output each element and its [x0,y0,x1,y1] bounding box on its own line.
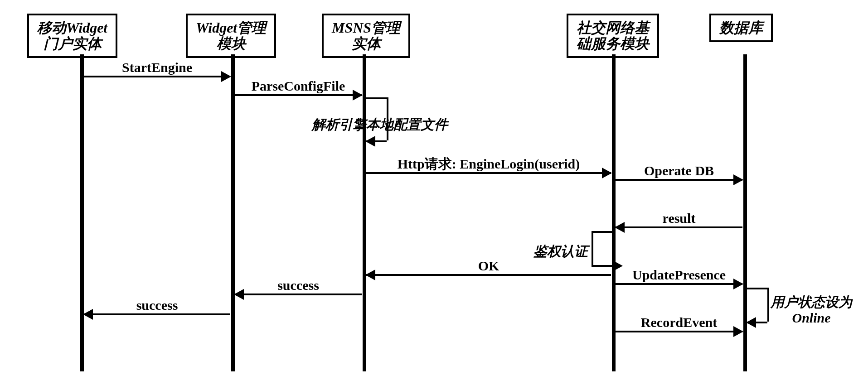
participant-sns: 社交网络基 础服务模块 [567,14,659,58]
msg-update-presence-label: UpdatePresence [632,267,726,282]
msg-success-1: success [235,294,362,295]
msg-start-engine-label: StartEngine [122,60,192,75]
msg-result: result [616,226,742,228]
msg-update-presence: UpdatePresence [616,283,742,285]
msg-parse-config-label: ParseConfigFile [252,78,345,93]
sequence-diagram: 移动Widget 门户实体 Widget管理 模块 MSNS管理 实体 社交网络… [0,0,868,385]
participant-db-label: 数据库 [709,14,773,42]
msg-record-event-label: RecordEvent [641,315,717,330]
participant-widget-label: Widget管理 模块 [186,14,276,58]
selfmsg-auth-label: 鉴权认证 [533,242,588,261]
msg-operate-db-label: Operate DB [644,163,714,178]
lifeline-portal [80,54,84,371]
msg-success-2-label: success [136,298,178,313]
msg-record-event: RecordEvent [616,331,742,332]
participant-portal: 移动Widget 门户实体 [27,14,117,58]
msg-engine-login: Http请求: EngineLogin(userid) [366,172,611,174]
note-user-online: 用户状态设为 Online [771,294,852,326]
msg-parse-config: ParseConfigFile [235,94,362,96]
participant-msns-label: MSNS管理 实体 [322,14,410,58]
msg-success-1-label: success [277,278,319,293]
participant-widget: Widget管理 模块 [186,14,276,58]
msg-operate-db: Operate DB [616,179,742,181]
msg-start-engine: StartEngine [84,76,230,77]
selfmsg-parse-local-label: 解析引擎本地配置文件 [312,116,448,134]
participant-sns-label: 社交网络基 础服务模块 [567,14,659,58]
lifeline-widget [231,54,235,371]
msg-success-2: success [84,313,230,315]
msg-ok-label: OK [478,258,499,273]
msg-engine-login-label: Http请求: EngineLogin(userid) [398,156,580,171]
lifeline-sns [612,54,616,371]
participant-msns: MSNS管理 实体 [322,14,410,58]
participant-db: 数据库 [709,14,773,42]
participant-portal-label: 移动Widget 门户实体 [27,14,117,58]
msg-ok: OK [366,274,611,276]
msg-result-label: result [663,211,696,226]
lifeline-msns [363,54,366,371]
